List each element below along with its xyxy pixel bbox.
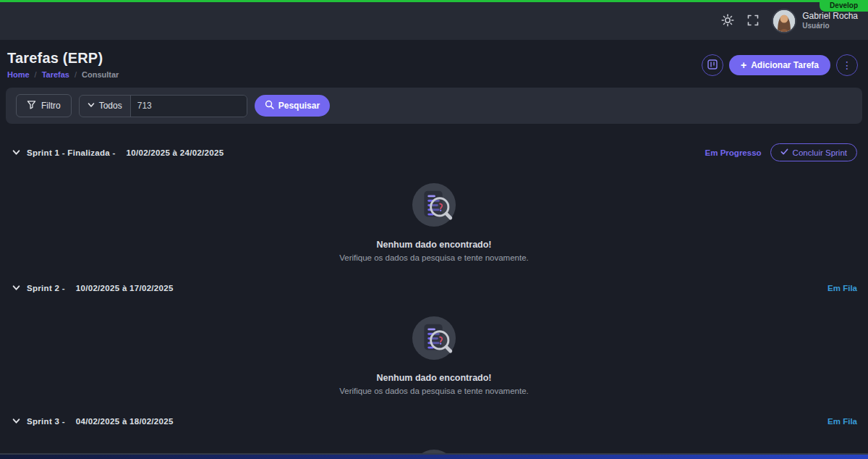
breadcrumb-separator: /	[75, 70, 77, 79]
sprint-header: Sprint 2 - 10/02/2025 à 17/02/2025 Em Fi…	[0, 282, 868, 295]
sprint-header: Sprint 1 - Finalizada - 10/02/2025 à 24/…	[0, 143, 868, 161]
search-button[interactable]: Pesquisar	[255, 95, 330, 117]
conclude-sprint-button[interactable]: Concluir Sprint	[770, 143, 857, 161]
sprint-section: Sprint 1 - Finalizada - 10/02/2025 à 24/…	[0, 143, 868, 262]
sprint-status-badge: Em Progresso	[705, 148, 762, 157]
sun-icon	[721, 14, 734, 29]
filter-button[interactable]: Filtro	[16, 94, 72, 117]
breadcrumb-separator: /	[35, 70, 37, 79]
filter-label: Filtro	[41, 101, 61, 111]
sprint-toggle[interactable]: Sprint 2 - 10/02/2025 à 17/02/2025	[12, 282, 174, 295]
sprint-toggle[interactable]: Sprint 1 - Finalizada - 10/02/2025 à 24/…	[12, 146, 224, 159]
sprint-label: Sprint 3 -	[27, 417, 65, 426]
kanban-board-icon	[707, 59, 718, 72]
breadcrumb-home[interactable]: Home	[7, 70, 30, 79]
search-group: Todos	[79, 95, 247, 117]
no-data-illustration-icon	[412, 182, 456, 230]
scope-label: Todos	[99, 101, 122, 111]
filter-bar: Filtro Todos Pesquisar	[6, 88, 862, 124]
empty-state: Nenhum dado encontrado! Verifique os dad…	[0, 316, 868, 395]
sprint-label: Sprint 2 -	[27, 284, 65, 292]
sprint-toggle[interactable]: Sprint 3 - 04/02/2025 à 18/02/2025	[12, 415, 174, 428]
breadcrumb-current: Consultar	[82, 70, 119, 79]
empty-state-title: Nenhum dado encontrado!	[376, 373, 491, 383]
chevron-down-icon	[88, 101, 95, 111]
sprint-header: Sprint 3 - 04/02/2025 à 18/02/2025 Em Fi…	[0, 415, 868, 428]
sprint-section: Sprint 2 - 10/02/2025 à 17/02/2025 Em Fi…	[0, 282, 868, 395]
breadcrumb: Home / Tarefas / Consultar	[7, 70, 119, 79]
no-data-illustration-icon	[412, 316, 456, 363]
sprint-dates: 10/02/2025 à 24/02/2025	[127, 148, 224, 157]
empty-state: Nenhum dado encontrado! Verifique os dad…	[0, 182, 868, 262]
magnifier-icon	[265, 100, 274, 111]
theme-toggle-button[interactable]	[721, 14, 734, 29]
user-menu[interactable]: Gabriel Rocha Usuário	[772, 9, 858, 33]
page-title: Tarefas (ERP)	[7, 50, 119, 67]
sprint-section: Sprint 3 - 04/02/2025 à 18/02/2025 Em Fi…	[0, 415, 868, 459]
user-meta: Gabriel Rocha Usuário	[802, 12, 858, 30]
plus-icon: +	[741, 60, 746, 70]
avatar	[772, 9, 796, 33]
fullscreen-button[interactable]	[747, 14, 759, 28]
sprint-label: Sprint 1 - Finalizada -	[27, 148, 116, 157]
sprint-dates: 04/02/2025 à 18/02/2025	[76, 417, 174, 426]
sprint-status-badge: Em Fila	[827, 417, 857, 426]
page-head: Tarefas (ERP) Home / Tarefas / Consultar	[0, 40, 868, 79]
empty-state-title: Nenhum dado encontrado!	[376, 240, 491, 250]
more-options-button[interactable]: ⋮	[836, 54, 858, 76]
app-window: Develop	[0, 0, 868, 459]
chevron-down-icon	[12, 415, 20, 428]
funnel-icon	[27, 100, 36, 111]
app-header: Gabriel Rocha Usuário	[0, 2, 868, 40]
chevron-down-icon	[12, 282, 20, 295]
kebab-menu-icon: ⋮	[842, 60, 852, 70]
add-task-label: Adicionar Tarefa	[751, 60, 819, 70]
environment-badge: Develop	[820, 0, 868, 12]
sprint-dates: 10/02/2025 à 17/02/2025	[76, 284, 174, 292]
board-view-button[interactable]	[702, 54, 723, 76]
search-label: Pesquisar	[278, 101, 320, 111]
horizontal-scrollbar[interactable]	[0, 455, 868, 459]
empty-state-subtitle: Verifique os dados da pesquisa e tente n…	[339, 387, 529, 395]
page-actions: + Adicionar Tarefa ⋮	[702, 54, 858, 76]
scope-select[interactable]: Todos	[80, 96, 131, 117]
empty-state-subtitle: Verifique os dados da pesquisa e tente n…	[339, 253, 529, 262]
conclude-sprint-label: Concluir Sprint	[793, 148, 847, 157]
fullscreen-icon	[747, 14, 759, 28]
add-task-button[interactable]: + Adicionar Tarefa	[729, 55, 830, 75]
sprint-status-badge: Em Fila	[827, 284, 857, 292]
chevron-down-icon	[12, 146, 20, 159]
breadcrumb-tarefas[interactable]: Tarefas	[42, 70, 69, 79]
check-icon	[780, 148, 788, 157]
user-role: Usuário	[802, 22, 858, 30]
search-input[interactable]	[131, 96, 247, 117]
user-name: Gabriel Rocha	[802, 12, 858, 22]
